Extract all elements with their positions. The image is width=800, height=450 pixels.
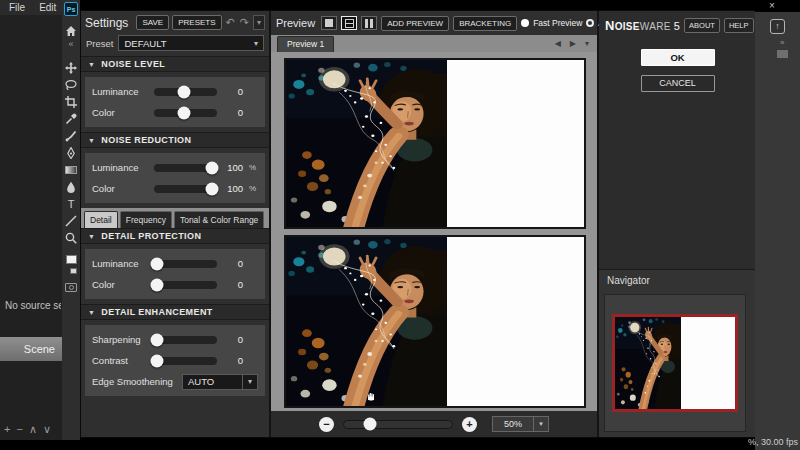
tab-detail[interactable]: Detail — [84, 211, 118, 228]
luminance-level-slider[interactable] — [154, 88, 217, 96]
slider-thumb[interactable] — [151, 257, 164, 270]
navigator-thumbnail[interactable] — [612, 314, 738, 412]
background-color-swatch[interactable] — [70, 268, 77, 274]
color-protection-slider[interactable] — [154, 281, 217, 289]
settings-panel: Settings SAVE PRESETS ↶ ↷ ▾ Preset DEFAU… — [81, 11, 271, 437]
timeline-controls: + − ∧ ∨ — [4, 423, 51, 436]
section-detail-protection[interactable]: ▼ DETAIL PROTECTION — [81, 228, 269, 244]
home-icon[interactable] — [62, 22, 80, 39]
close-icon[interactable]: × — [769, 0, 775, 11]
quick-mask-icon[interactable] — [65, 283, 77, 292]
photoshop-toolbar: Ps « T — [62, 0, 80, 440]
menu-edit[interactable]: Edit — [39, 2, 56, 13]
eyedropper-tool-icon[interactable] — [62, 110, 80, 127]
type-tool-icon[interactable]: T — [62, 195, 80, 212]
tab-menu-icon[interactable]: ▾ — [585, 39, 589, 48]
horizontal-split-view-button[interactable] — [341, 16, 357, 30]
expand-panel-icon[interactable]: » — [780, 38, 784, 47]
zoom-slider-thumb[interactable] — [363, 418, 376, 431]
move-tool-icon[interactable] — [62, 59, 80, 76]
tab-next-icon[interactable]: ▶ — [570, 39, 576, 48]
presets-button[interactable]: PRESETS — [172, 15, 221, 30]
scene-label: Scene — [24, 343, 55, 355]
fast-preview-option[interactable]: Fast Preview — [521, 18, 582, 28]
arrow-down-icon[interactable]: ∨ — [43, 423, 51, 436]
slider-thumb[interactable] — [151, 333, 164, 346]
photoshop-right-area: × ↑ » — [755, 0, 800, 450]
zoom-in-button[interactable]: + — [462, 417, 477, 432]
brush-tool-icon[interactable] — [62, 127, 80, 144]
slider-label: Luminance — [92, 86, 148, 97]
edge-smoothening-select[interactable]: AUTO ▾ — [182, 374, 258, 390]
zoom-in-icon[interactable]: + — [4, 423, 10, 436]
share-icon[interactable]: ↑ — [770, 19, 785, 34]
section-noise-level[interactable]: ▼ NOISE LEVEL — [81, 56, 269, 72]
luminance-protection-slider[interactable] — [154, 260, 217, 268]
zoom-tool-icon[interactable] — [62, 229, 80, 246]
navigator-box — [604, 294, 746, 432]
cancel-button[interactable]: CANCEL — [641, 75, 715, 92]
slider-label: Contrast — [92, 355, 148, 366]
zoom-slider[interactable] — [343, 420, 453, 429]
tab-prev-icon[interactable]: ◀ — [555, 39, 561, 48]
vertical-split-view-button[interactable] — [361, 16, 377, 30]
save-button[interactable]: SAVE — [136, 15, 169, 30]
section-noise-reduction[interactable]: ▼ NOISE REDUCTION — [81, 132, 269, 148]
lasso-tool-icon[interactable] — [62, 76, 80, 93]
slider-thumb[interactable] — [151, 278, 164, 291]
navigator-white-area — [681, 317, 735, 409]
single-view-button[interactable] — [321, 16, 337, 30]
slider-thumb[interactable] — [151, 354, 164, 367]
slider-value: 0 — [223, 279, 243, 290]
pen-tool-icon[interactable] — [62, 144, 80, 161]
slider-row: Contrast 0 — [92, 350, 258, 371]
preset-select[interactable]: DEFAULT ▾ — [118, 35, 264, 51]
zoom-level-select[interactable]: 50% ▾ — [492, 416, 549, 432]
slider-row: Color 0 — [92, 274, 258, 295]
slider-thumb[interactable] — [205, 161, 218, 174]
section-detail-enhancement[interactable]: ▼ DETAIL ENHANCEMENT — [81, 304, 269, 320]
vertical-split-icon — [365, 19, 373, 28]
arrow-up-icon[interactable]: ∧ — [29, 423, 37, 436]
tab-frequency[interactable]: Frequency — [120, 211, 172, 228]
blur-tool-icon[interactable] — [62, 178, 80, 195]
section-title: NOISE LEVEL — [101, 59, 165, 69]
slider-label: Luminance — [92, 258, 148, 269]
redo-icon[interactable]: ↷ — [239, 17, 250, 28]
preview-frame-filtered[interactable] — [284, 235, 586, 408]
preview-tab-bar: Preview 1 ◀ ▶ ▾ — [271, 35, 597, 52]
crop-tool-icon[interactable] — [62, 93, 80, 110]
history-dropdown-icon[interactable]: ▾ — [253, 15, 265, 30]
add-preview-button[interactable]: ADD PREVIEW — [381, 16, 449, 31]
undo-icon[interactable]: ↶ — [225, 17, 236, 28]
slider-thumb[interactable] — [177, 106, 190, 119]
gradient-tool-icon[interactable] — [62, 161, 80, 178]
slider-row: Sharpening 0 — [92, 329, 258, 350]
preview-frame-original[interactable] — [284, 58, 586, 229]
slider-row: Luminance 0 — [92, 81, 258, 102]
luminance-reduction-slider[interactable] — [154, 164, 217, 172]
preview-viewport[interactable] — [271, 52, 597, 411]
zoom-out-icon[interactable]: − — [16, 423, 22, 436]
scene-button[interactable]: Scene — [0, 337, 62, 361]
tab-tonal-color-range[interactable]: Tonal & Color Range — [174, 211, 264, 228]
color-level-slider[interactable] — [154, 109, 217, 117]
bracketing-button[interactable]: BRACKETING — [453, 16, 517, 31]
section-title: DETAIL ENHANCEMENT — [101, 307, 212, 317]
tab-preview-1[interactable]: Preview 1 — [277, 36, 334, 52]
about-button[interactable]: ABOUT — [684, 18, 720, 33]
slider-thumb[interactable] — [177, 85, 190, 98]
foreground-color-swatch[interactable] — [66, 255, 77, 264]
slider-thumb[interactable] — [205, 182, 218, 195]
color-reduction-slider[interactable] — [154, 185, 217, 193]
menu-file[interactable]: File — [9, 2, 25, 13]
ok-button[interactable]: OK — [641, 49, 715, 66]
contrast-slider[interactable] — [154, 357, 217, 365]
sharpening-slider[interactable] — [154, 336, 217, 344]
help-button[interactable]: HELP — [724, 18, 754, 33]
collapse-panel-icon[interactable]: « — [68, 39, 73, 53]
line-tool-icon[interactable] — [62, 212, 80, 229]
zoom-out-button[interactable]: − — [319, 417, 334, 432]
noiseware-plugin-window: Settings SAVE PRESETS ↶ ↷ ▾ Preset DEFAU… — [80, 10, 755, 438]
slider-label: Color — [92, 183, 148, 194]
